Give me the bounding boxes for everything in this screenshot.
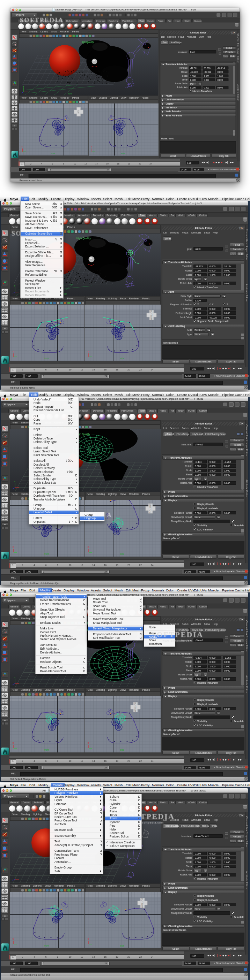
svg-text:front: front <box>44 553 49 555</box>
svg-text:BOTTOM: BOTTOM <box>141 898 144 908</box>
svg-text:side: side <box>120 553 124 555</box>
svg-text:MAYA: MAYA <box>3 362 7 364</box>
svg-text:y: y <box>23 85 24 87</box>
svg-text:MAYA: MAYA <box>3 949 7 951</box>
svg-text:BOTTOM: BOTTOM <box>134 702 136 712</box>
svg-text:y: y <box>14 285 15 287</box>
svg-text:MAYA: MAYA <box>3 754 7 755</box>
svg-text:front: front <box>44 945 49 947</box>
svg-text:TOP: TOP <box>77 110 79 114</box>
svg-text:front: front <box>51 152 55 154</box>
svg-text:y: y <box>14 480 15 482</box>
svg-text:BOTTOM: BOTTOM <box>150 310 152 320</box>
svg-text:side: side <box>120 357 124 360</box>
svg-text:x: x <box>91 146 92 148</box>
svg-text:front: front <box>67 92 72 94</box>
svg-text:MAYA: MAYA <box>13 157 16 158</box>
svg-text:BOTTOM: BOTTOM <box>149 504 152 513</box>
svg-text:side: side <box>121 152 125 154</box>
svg-text:MAYA: MAYA <box>3 558 7 559</box>
svg-text:front: front <box>44 357 49 360</box>
svg-text:x: x <box>21 146 22 148</box>
svg-text:y: y <box>14 872 15 874</box>
svg-text:High Quality: High Quality <box>80 40 94 43</box>
svg-text:side: side <box>120 749 124 751</box>
svg-text:High Quality: High Quality <box>77 237 91 240</box>
svg-text:y: y <box>14 676 15 678</box>
svg-text:side: side <box>120 945 124 947</box>
svg-text:front: front <box>44 749 49 751</box>
